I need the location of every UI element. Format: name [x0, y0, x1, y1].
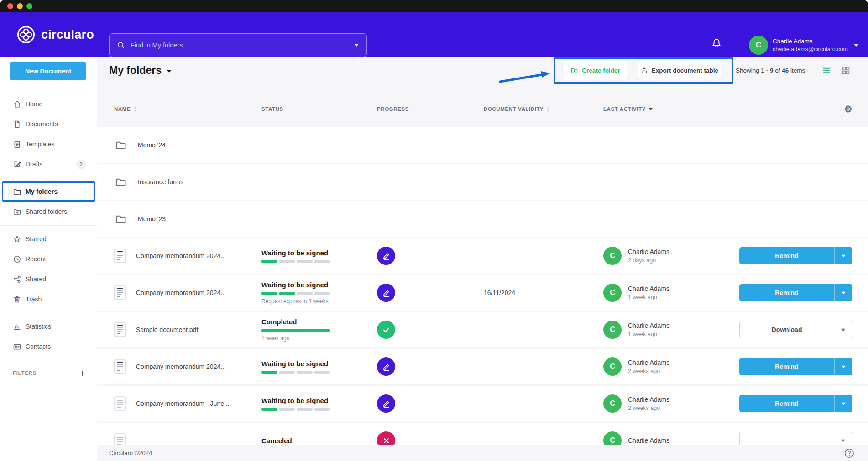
- row-name[interactable]: Sample document.pdf: [136, 326, 198, 333]
- action-dropdown-caret-icon[interactable]: [834, 247, 852, 264]
- document-row[interactable]: Company memorandum 2024...Waiting to be …: [97, 238, 868, 274]
- sort-icon[interactable]: [133, 106, 137, 112]
- export-icon: [640, 67, 648, 74]
- folder-row[interactable]: Memo '24: [97, 127, 868, 163]
- sidebar-item-my-folders[interactable]: My folders: [0, 181, 97, 202]
- row-name[interactable]: Company memorandum - June...: [136, 400, 230, 407]
- sidebar-item-drafts[interactable]: Drafts2: [0, 154, 97, 174]
- search-scope-caret-icon[interactable]: [354, 43, 359, 47]
- remind-button[interactable]: Remind: [739, 284, 852, 301]
- sidebar-item-label: Starred: [26, 235, 47, 243]
- activity-time: 1 week ago: [628, 331, 669, 337]
- sidebar-nav-group: StatisticsContacts: [0, 313, 97, 357]
- status-cell: Canceled: [261, 437, 377, 445]
- action-button-label[interactable]: Download: [740, 321, 834, 338]
- column-header-progress[interactable]: PROGRESS: [377, 106, 484, 112]
- sidebar-item-documents[interactable]: Documents: [0, 114, 97, 134]
- progress-bar: [261, 408, 330, 411]
- share-icon: [13, 275, 21, 284]
- document-row[interactable]: Company memorandum 2024...Waiting to be …: [97, 275, 868, 311]
- document-row[interactable]: Sample document.pdfCompleted1 week agoCC…: [97, 312, 868, 347]
- user-avatar: C: [603, 321, 622, 339]
- close-window-button[interactable]: [7, 3, 13, 9]
- sidebar-item-templates[interactable]: Templates: [0, 134, 97, 154]
- document-row[interactable]: Company memorandum - June...Waiting to b…: [97, 386, 868, 421]
- action-button-label[interactable]: Remind: [739, 358, 834, 375]
- status-note: 1 week ago: [261, 335, 377, 342]
- user-menu-caret-icon[interactable]: [853, 43, 859, 47]
- list-view-toggle-icon[interactable]: [822, 66, 831, 75]
- sidebar-item-statistics[interactable]: Statistics: [0, 316, 97, 337]
- row-name[interactable]: Memo '24: [138, 141, 166, 149]
- remind-button[interactable]: Remind: [739, 247, 852, 264]
- sidebar-item-contacts[interactable]: Contacts: [0, 337, 97, 357]
- sidebar-item-shared[interactable]: Shared: [0, 269, 97, 289]
- last-activity-cell: CCharlie Adams1 week ago: [603, 321, 738, 339]
- row-name[interactable]: Memo '23: [138, 215, 166, 223]
- action-button-label[interactable]: Remind: [739, 247, 834, 264]
- sidebar: New Document HomeDocumentsTemplatesDraft…: [0, 57, 97, 461]
- page-title[interactable]: My folders: [109, 62, 172, 78]
- page-title-text: My folders: [109, 64, 162, 77]
- document-thumbnail-icon: [114, 322, 126, 337]
- download-button[interactable]: Download: [739, 321, 852, 338]
- action-button-label[interactable]: Remind: [739, 284, 834, 301]
- brand[interactable]: circularo: [16, 25, 94, 44]
- user-menu[interactable]: C Charlie Adams charlie.adams@circularo.…: [749, 33, 859, 57]
- status-text: Canceled: [261, 437, 377, 445]
- progress-bar: [261, 329, 330, 332]
- search-bar[interactable]: [109, 33, 367, 57]
- action-dropdown-caret-icon[interactable]: [834, 395, 852, 412]
- copyright-text: Circularo ©2024: [109, 450, 152, 456]
- sidebar-item-recent[interactable]: Recent: [0, 249, 97, 269]
- sidebar-item-shared-folders[interactable]: Shared folders: [0, 202, 97, 222]
- progress-bar: [261, 371, 330, 374]
- gear-icon[interactable]: ⚙: [844, 104, 852, 114]
- page-title-caret-icon[interactable]: [166, 69, 172, 73]
- template-icon: [13, 140, 21, 149]
- filters-section[interactable]: FILTERS: [0, 363, 97, 383]
- action-dropdown-caret-icon[interactable]: [834, 321, 852, 338]
- table-settings: ⚙: [738, 104, 852, 114]
- search-input[interactable]: [131, 41, 348, 49]
- action-cell: Download: [738, 321, 852, 338]
- app-footer: Circularo ©2024: [97, 445, 868, 461]
- column-header-document-validity[interactable]: DOCUMENT VALIDITY: [484, 106, 603, 112]
- remind-button[interactable]: Remind: [739, 358, 852, 375]
- notifications-bell-icon[interactable]: [711, 37, 722, 49]
- sidebar-item-trash[interactable]: Trash: [0, 289, 97, 309]
- action-dropdown-caret-icon[interactable]: [834, 358, 852, 375]
- row-name[interactable]: Insurance forms: [138, 178, 183, 186]
- user-avatar: C: [749, 36, 768, 55]
- export-document-table-button[interactable]: Export document table: [638, 61, 721, 80]
- progress-cell: [377, 247, 484, 265]
- progress-cell: [377, 394, 484, 413]
- sidebar-item-label: Documents: [26, 120, 58, 128]
- create-folder-button[interactable]: Create folder: [564, 61, 627, 80]
- name-cell: Company memorandum 2024...: [114, 249, 261, 263]
- column-header-status[interactable]: STATUS: [261, 106, 377, 112]
- action-button-label[interactable]: Remind: [739, 395, 834, 412]
- row-name[interactable]: Company memorandum 2024...: [136, 289, 226, 296]
- document-row[interactable]: Company memorandum 2024...Waiting to be …: [97, 349, 868, 384]
- help-icon[interactable]: [844, 448, 854, 458]
- row-name[interactable]: Company memorandum 2024...: [136, 252, 226, 259]
- add-filter-plus-icon[interactable]: [79, 370, 86, 377]
- column-label: DOCUMENT VALIDITY: [484, 106, 544, 112]
- folder-row[interactable]: Memo '23: [97, 201, 868, 237]
- sidebar-item-home[interactable]: Home: [0, 94, 97, 114]
- new-document-button[interactable]: New Document: [10, 62, 86, 80]
- zoom-window-button[interactable]: [26, 3, 32, 9]
- grid-view-toggle-icon[interactable]: [841, 66, 851, 75]
- action-dropdown-caret-icon[interactable]: [834, 284, 852, 301]
- document-thumbnail-icon: [114, 285, 126, 300]
- sort-icon[interactable]: [546, 106, 550, 112]
- column-header-name[interactable]: NAME: [114, 106, 261, 112]
- folder-row[interactable]: Insurance forms: [97, 164, 868, 200]
- column-header-last-activity[interactable]: LAST ACTIVITY: [603, 106, 738, 112]
- row-name[interactable]: Company memorandum 2024...: [136, 363, 226, 370]
- sidebar-item-starred[interactable]: Starred: [0, 229, 97, 249]
- sort-desc-icon[interactable]: [648, 108, 653, 111]
- minimize-window-button[interactable]: [17, 3, 23, 9]
- remind-button[interactable]: Remind: [739, 395, 852, 412]
